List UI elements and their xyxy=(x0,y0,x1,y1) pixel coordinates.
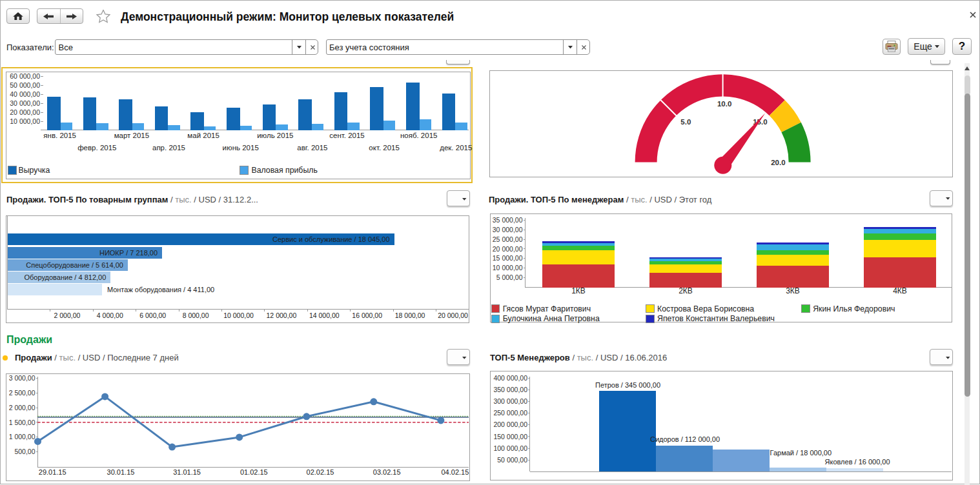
svg-text:03.02.15: 03.02.15 xyxy=(373,468,401,475)
svg-text:Выручка: Выручка xyxy=(19,165,50,174)
svg-text:Валовая прибыль: Валовая прибыль xyxy=(252,165,318,174)
svg-text:02.02.15: 02.02.15 xyxy=(307,468,334,475)
svg-text:1КВ: 1КВ xyxy=(571,286,586,295)
svg-text:200 000,00: 200 000,00 xyxy=(493,421,527,428)
svg-text:март 2015: март 2015 xyxy=(114,132,150,139)
svg-text:Яковлев / 16 000,00: Яковлев / 16 000,00 xyxy=(825,458,890,466)
svg-text:60 000,00: 60 000,00 xyxy=(10,72,40,79)
svg-text:100 000,00: 100 000,00 xyxy=(493,444,527,452)
svg-text:Монтаж оборудования / 4 411,00: Монтаж оборудования / 4 411,00 xyxy=(107,286,214,293)
svg-text:Гясов Мурат Фаритович: Гясов Мурат Фаритович xyxy=(503,304,591,313)
svg-text:30 000,00: 30 000,00 xyxy=(10,99,40,106)
svg-text:дек. 2015: дек. 2015 xyxy=(440,143,472,151)
svg-text:май 2015: май 2015 xyxy=(187,132,219,139)
svg-text:окт. 2015: окт. 2015 xyxy=(369,143,400,151)
svg-text:500,00: 500,00 xyxy=(14,447,35,455)
svg-text:Сервис и обслуживание / 18 045: Сервис и обслуживание / 18 045,00 xyxy=(272,235,390,243)
svg-text:16 000,00: 16 000,00 xyxy=(352,312,382,319)
svg-text:1 500,00: 1 500,00 xyxy=(9,418,36,426)
svg-text:18 000,00: 18 000,00 xyxy=(395,312,425,319)
svg-text:10 000,00: 10 000,00 xyxy=(10,117,40,124)
svg-text:10 000,00: 10 000,00 xyxy=(493,264,523,272)
svg-text:июнь 2015: июнь 2015 xyxy=(223,143,259,151)
svg-text:30 000,00: 30 000,00 xyxy=(493,226,523,233)
svg-text:20 000,00: 20 000,00 xyxy=(10,108,40,115)
svg-text:29.01.15: 29.01.15 xyxy=(39,468,66,475)
svg-text:Булочкина Анна Петровна: Булочкина Анна Петровна xyxy=(503,314,600,323)
svg-text:Гармай / 18 000,00: Гармай / 18 000,00 xyxy=(770,449,832,457)
svg-text:июль 2015: июль 2015 xyxy=(257,132,293,139)
svg-text:1 000,00: 1 000,00 xyxy=(9,433,36,440)
svg-text:350 000,00: 350 000,00 xyxy=(493,386,527,393)
svg-text:сент. 2015: сент. 2015 xyxy=(329,132,364,139)
svg-text:Якин Илья Федорович: Якин Илья Федорович xyxy=(813,304,895,313)
svg-text:3КВ: 3КВ xyxy=(786,286,800,295)
svg-text:2 000,00: 2 000,00 xyxy=(9,403,36,411)
svg-text:5 000,00: 5 000,00 xyxy=(496,273,523,281)
svg-text:20 000,00: 20 000,00 xyxy=(493,245,523,253)
svg-text:2 500,00: 2 500,00 xyxy=(9,389,36,397)
svg-text:25 000,00: 25 000,00 xyxy=(493,235,523,243)
svg-text:50 000,00: 50 000,00 xyxy=(10,81,40,88)
svg-text:40 000,00: 40 000,00 xyxy=(10,90,40,97)
svg-text:Сидоров / 112 000,00: Сидоров / 112 000,00 xyxy=(650,435,720,443)
svg-text:Петров / 345 000,00: Петров / 345 000,00 xyxy=(595,381,660,389)
svg-text:20 000,00: 20 000,00 xyxy=(438,312,468,319)
svg-text:12 000,00: 12 000,00 xyxy=(267,312,297,319)
svg-text:нояб. 2015: нояб. 2015 xyxy=(400,132,438,139)
svg-text:НИОКР / 7 218,00: НИОКР / 7 218,00 xyxy=(99,249,158,257)
svg-text:250 000,00: 250 000,00 xyxy=(493,409,527,417)
svg-text:Оборудование / 4 812,00: Оборудование / 4 812,00 xyxy=(24,273,106,281)
svg-text:Кострова Вера Борисовна: Кострова Вера Борисовна xyxy=(657,304,754,313)
svg-text:01.02.15: 01.02.15 xyxy=(240,468,268,475)
svg-text:4 000,00: 4 000,00 xyxy=(97,312,123,319)
svg-text:5.0: 5.0 xyxy=(680,117,691,125)
svg-text:31.01.15: 31.01.15 xyxy=(173,468,201,475)
svg-text:10 000,00: 10 000,00 xyxy=(223,312,254,319)
svg-text:авг. 2015: авг. 2015 xyxy=(297,143,327,151)
svg-text:35 000,00: 35 000,00 xyxy=(493,216,523,224)
svg-text:Япетов Константин Валерьевич: Япетов Константин Валерьевич xyxy=(657,314,775,323)
svg-text:04.02.15: 04.02.15 xyxy=(441,468,469,475)
svg-text:янв. 2015: янв. 2015 xyxy=(43,132,76,139)
svg-text:3 000,00: 3 000,00 xyxy=(9,374,36,382)
svg-text:20.0: 20.0 xyxy=(771,158,785,166)
svg-text:2КВ: 2КВ xyxy=(679,286,693,295)
svg-text:400 000,00: 400 000,00 xyxy=(493,374,527,382)
svg-text:14 000,00: 14 000,00 xyxy=(309,312,340,319)
svg-text:февр. 2015: февр. 2015 xyxy=(77,143,116,151)
svg-text:150 000,00: 150 000,00 xyxy=(493,433,527,440)
svg-text:6 000,00: 6 000,00 xyxy=(139,312,166,319)
svg-text:4КВ: 4КВ xyxy=(893,286,907,295)
svg-text:апр. 2015: апр. 2015 xyxy=(152,143,185,151)
svg-text:2 000,00: 2 000,00 xyxy=(54,312,80,319)
svg-text:15 000,00: 15 000,00 xyxy=(493,254,523,262)
svg-text:8 000,00: 8 000,00 xyxy=(183,312,209,319)
svg-text:50 000,00: 50 000,00 xyxy=(497,456,527,464)
svg-text:30.01.15: 30.01.15 xyxy=(107,468,135,475)
svg-text:10.0: 10.0 xyxy=(717,99,731,107)
svg-text:Спецоборудование / 5 614,00: Спецоборудование / 5 614,00 xyxy=(26,261,123,269)
svg-text:300 000,00: 300 000,00 xyxy=(493,397,527,405)
